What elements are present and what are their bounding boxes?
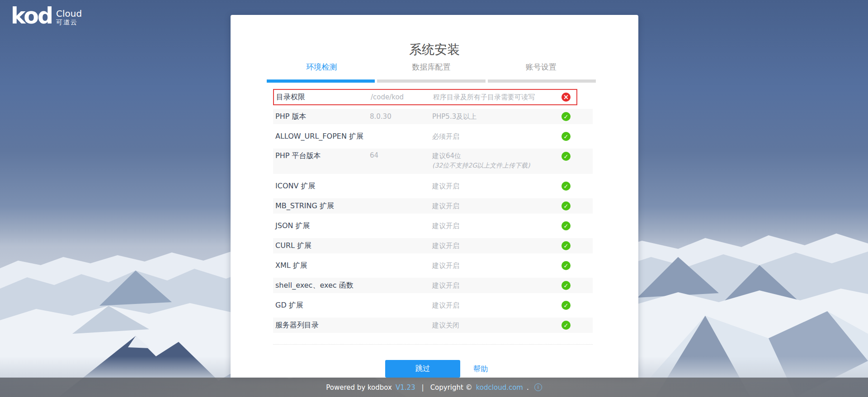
check-pass-icon: ✓ (561, 281, 571, 290)
check-pass-icon: ✓ (561, 321, 571, 330)
check-name: XML 扩展 (273, 261, 370, 271)
check-requirement-note: (32位不支持2G以上文件上传下载) (432, 161, 593, 170)
check-pass-icon: ✓ (561, 221, 571, 230)
footer-dot: . (527, 383, 529, 392)
check-pass-icon: ✓ (561, 112, 571, 121)
logo-subtitle: Cloud 可道云 (56, 5, 82, 27)
check-row: CURL 扩展 建议开启 ✓ (273, 238, 593, 253)
check-requirement: 建议开启 (432, 202, 459, 210)
check-requirement: 程序目录及所有子目录需要可读写 (433, 93, 535, 101)
check-name: GD 扩展 (273, 301, 370, 310)
check-pass-icon: ✓ (561, 261, 571, 270)
check-name: ALLOW_URL_FOPEN 扩展 (273, 132, 370, 141)
check-requirement: 建议开启 (432, 262, 459, 270)
check-requirement: 建议开启 (432, 222, 459, 230)
check-row: PHP 平台版本 64 建议64位 (32位不支持2G以上文件上传下载) ✓ (273, 149, 593, 174)
check-row: 目录权限 /code/kod 程序目录及所有子目录需要可读写 × (273, 89, 577, 105)
tab-environment-check[interactable]: 环境检测 (267, 62, 377, 72)
check-name: ICONV 扩展 (273, 182, 370, 191)
check-row: MB_STRING 扩展 建议开启 ✓ (273, 198, 593, 214)
progress-segment-2 (377, 79, 485, 83)
check-row: 服务器列目录 建议关闭 ✓ (273, 318, 593, 333)
help-link[interactable]: 帮助 (473, 364, 488, 374)
info-icon[interactable]: i (534, 383, 542, 391)
footer-bar: Powered by kodbox V1.23 | Copyright © ko… (0, 378, 868, 397)
check-row: ICONV 扩展 建议开启 ✓ (273, 178, 593, 194)
check-requirement: 建议64位 (432, 152, 461, 160)
progress-segment-1 (267, 79, 375, 83)
logo-product-name: Cloud (56, 9, 82, 19)
check-current-value: 64 (370, 151, 432, 159)
check-fail-icon: × (561, 93, 571, 102)
check-pass-icon: ✓ (561, 201, 571, 210)
logo-chinese-name: 可道云 (56, 19, 82, 26)
check-row: JSON 扩展 建议开启 ✓ (273, 218, 593, 234)
installer-step-tabs: 环境检测 数据库配置 账号设置 (267, 62, 596, 72)
check-pass-icon: ✓ (561, 301, 571, 310)
check-requirement: 建议开启 (432, 301, 459, 309)
footer-copyright: Copyright © (430, 383, 472, 392)
check-pass-icon: ✓ (561, 132, 571, 141)
check-pass-icon: ✓ (561, 241, 571, 250)
check-row: shell_exec、exec 函数 建议开启 ✓ (273, 278, 593, 293)
logo-wordmark: kod (11, 5, 52, 27)
step-progress-bar (267, 79, 596, 83)
check-name: MB_STRING 扩展 (273, 201, 370, 211)
check-name: CURL 扩展 (273, 241, 370, 251)
check-row: PHP 版本 8.0.30 PHP5.3及以上 ✓ (273, 109, 593, 124)
check-requirement: PHP5.3及以上 (432, 112, 476, 121)
kodcloud-logo: kod Cloud 可道云 (11, 5, 82, 27)
check-requirement: 建议开启 (432, 281, 459, 290)
check-requirement: 建议开启 (432, 182, 459, 190)
check-row: ALLOW_URL_FOPEN 扩展 必须开启 ✓ (273, 129, 593, 144)
check-row: XML 扩展 建议开启 ✓ (273, 258, 593, 273)
footer-kodcloud-link[interactable]: kodcloud.com (476, 383, 523, 392)
installer-card: 系统安装 环境检测 数据库配置 账号设置 目录权限 /code/kod 程序目录… (231, 15, 638, 378)
check-row: GD 扩展 建议开启 ✓ (273, 298, 593, 313)
check-requirement: 建议关闭 (432, 321, 459, 329)
footer-version-link[interactable]: V1.23 (396, 383, 415, 392)
check-pass-icon: ✓ (561, 182, 571, 191)
footer-powered-by: Powered by kodbox (326, 383, 392, 392)
tab-database-config[interactable]: 数据库配置 (377, 62, 486, 72)
environment-check-list: 目录权限 /code/kod 程序目录及所有子目录需要可读写 × PHP 版本 … (273, 89, 593, 337)
check-name: PHP 平台版本 (273, 151, 370, 161)
divider (273, 344, 593, 345)
check-requirement: 建议开启 (432, 242, 459, 250)
tab-account-setup[interactable]: 账号设置 (486, 62, 596, 72)
check-name: JSON 扩展 (273, 221, 370, 231)
check-name: PHP 版本 (273, 112, 370, 121)
page-title: 系统安装 (231, 41, 638, 58)
check-current-value: 8.0.30 (370, 112, 432, 121)
skip-button[interactable]: 跳过 (385, 360, 460, 378)
check-name: shell_exec、exec 函数 (273, 281, 370, 290)
check-name: 目录权限 (274, 93, 371, 102)
check-current-value: /code/kod (371, 93, 433, 101)
check-requirement: 必须开启 (432, 132, 459, 140)
progress-segment-3 (488, 79, 596, 83)
check-name: 服务器列目录 (273, 321, 370, 330)
footer-separator: | (422, 383, 424, 392)
check-pass-icon: ✓ (561, 152, 571, 161)
check-requirement-cell: 程序目录及所有子目录需要可读写 (433, 93, 576, 102)
